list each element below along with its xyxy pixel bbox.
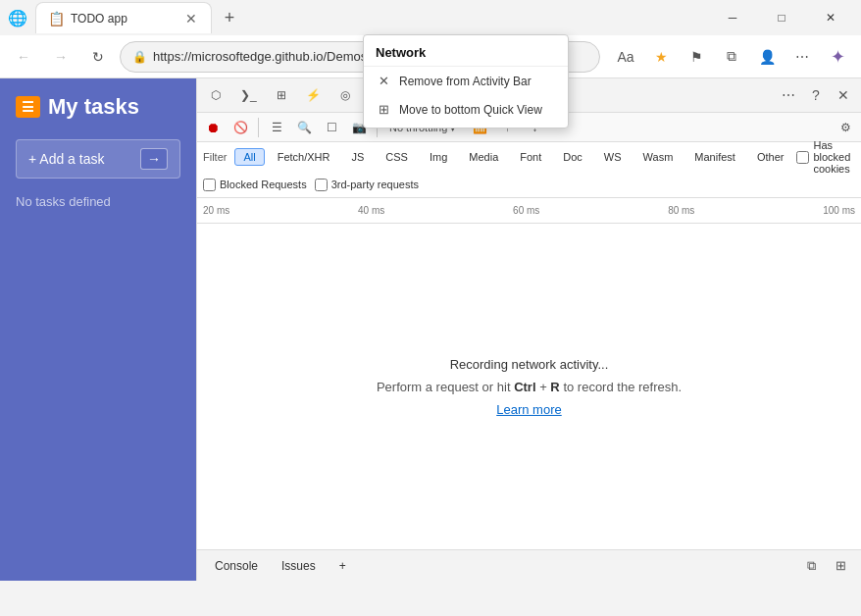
recording-text: Recording network activity... bbox=[450, 357, 609, 372]
profile-button[interactable]: 👤 bbox=[751, 41, 783, 73]
blocked-requests-option: Blocked Requests bbox=[203, 179, 307, 191]
add-task-label: + Add a task bbox=[28, 151, 104, 167]
tab-elements[interactable]: ⬡ bbox=[201, 78, 230, 113]
record-button[interactable]: ⏺ bbox=[201, 116, 225, 139]
filter-img[interactable]: Img bbox=[421, 148, 456, 166]
add-task-button[interactable]: + Add a task → bbox=[16, 139, 180, 179]
timeline-area: 20 ms 40 ms 60 ms 80 ms 100 ms bbox=[197, 198, 861, 224]
blocked-cookies-label: Has blocked cookies bbox=[813, 139, 855, 175]
context-menu: Network ✕ Remove from Activity Bar ⊞ Mov… bbox=[363, 34, 569, 128]
network-settings-button[interactable]: ⚙ bbox=[834, 116, 857, 139]
app-title-icon: ☰ bbox=[16, 96, 40, 118]
devtools-close-button[interactable]: ✕ bbox=[830, 81, 857, 109]
move-label: Move to bottom Quick View bbox=[399, 103, 542, 117]
tab-performance[interactable]: ⚡ bbox=[296, 78, 330, 113]
timeline-marker-40: 40 ms bbox=[358, 205, 384, 216]
browser-favicon: 🌐 bbox=[8, 9, 27, 27]
filter-fetch-xhr[interactable]: Fetch/XHR bbox=[269, 148, 339, 166]
timeline-marker-20: 20 ms bbox=[203, 205, 229, 216]
lock-icon: 🔒 bbox=[132, 50, 147, 64]
refresh-button[interactable]: ↻ bbox=[82, 41, 114, 73]
third-party-option: 3rd-party requests bbox=[315, 179, 419, 191]
app-title: ☰ My tasks bbox=[16, 94, 180, 120]
undock-icon[interactable]: ⊞ bbox=[828, 553, 853, 579]
forward-button[interactable]: → bbox=[45, 41, 76, 73]
close-button[interactable]: ✕ bbox=[808, 2, 853, 33]
move-icon: ⊞ bbox=[376, 102, 391, 117]
context-menu-remove[interactable]: ✕ Remove from Activity Bar bbox=[364, 67, 568, 95]
bottom-icons: ⧉ ⊞ bbox=[798, 553, 853, 579]
filter-label: Filter bbox=[203, 151, 227, 163]
filter-bar: Filter All Fetch/XHR JS CSS Img Media Fo… bbox=[197, 142, 861, 198]
no-tasks-text: No tasks defined bbox=[16, 194, 180, 209]
timeline-marker-100: 100 ms bbox=[823, 205, 855, 216]
tab-title: TODO app bbox=[71, 12, 127, 26]
edge-copilot-button[interactable]: ✦ bbox=[822, 41, 853, 73]
window-controls: ─ □ ✕ bbox=[710, 2, 853, 33]
context-menu-move[interactable]: ⊞ Move to bottom Quick View bbox=[364, 95, 568, 124]
devtools-more-button[interactable]: ⋯ bbox=[775, 81, 802, 109]
devtools-area: ⬡ ❯_ ⊞ ⚡ ◎ ⊟ ⊘ 📶 Network + ⋯ ? ✕ ⏺ 🚫 ☰ 🔍… bbox=[196, 78, 861, 581]
filter-js[interactable]: JS bbox=[342, 148, 373, 166]
reader-mode-button[interactable]: Aa bbox=[610, 41, 641, 73]
filter-all[interactable]: All bbox=[234, 148, 264, 166]
filter-row1: Filter All Fetch/XHR JS CSS Img Media Fo… bbox=[197, 142, 861, 172]
filter-ws[interactable]: WS bbox=[595, 148, 631, 166]
collections-button[interactable]: ⚑ bbox=[681, 41, 712, 73]
timeline-marker-80: 80 ms bbox=[668, 205, 694, 216]
hint-text-2: to record the refresh. bbox=[563, 380, 682, 394]
hint-text-1: Perform a request or hit bbox=[377, 380, 511, 394]
hint-plus: + bbox=[539, 380, 550, 394]
preserve-log-button[interactable]: ☐ bbox=[320, 116, 343, 139]
has-blocked-cookies: Has blocked cookies bbox=[796, 139, 855, 175]
new-tab-button[interactable]: + bbox=[214, 3, 245, 32]
main-content: Recording network activity... Perform a … bbox=[197, 224, 861, 549]
minimize-button[interactable]: ─ bbox=[710, 2, 755, 33]
split-button[interactable]: ⧉ bbox=[716, 41, 747, 73]
tab-close-button[interactable]: ✕ bbox=[183, 9, 199, 28]
app-title-text: My tasks bbox=[48, 94, 139, 120]
add-panel-button[interactable]: + bbox=[329, 555, 356, 577]
filter-font[interactable]: Font bbox=[511, 148, 550, 166]
filter-manifest[interactable]: Manifest bbox=[685, 148, 744, 166]
filter-css[interactable]: CSS bbox=[377, 148, 417, 166]
blocked-cookies-checkbox[interactable] bbox=[796, 151, 809, 164]
hint-r: R bbox=[550, 380, 559, 394]
blocked-requests-checkbox[interactable] bbox=[203, 179, 216, 191]
blocked-requests-label: Blocked Requests bbox=[220, 179, 307, 190]
filter-doc[interactable]: Doc bbox=[554, 148, 591, 166]
learn-more-link[interactable]: Learn more bbox=[496, 402, 561, 417]
tab-memory[interactable]: ◎ bbox=[330, 78, 360, 113]
timeline-markers: 20 ms 40 ms 60 ms 80 ms 100 ms bbox=[203, 205, 855, 216]
toolbar-divider bbox=[258, 118, 259, 137]
browser-content: ☰ My tasks + Add a task → No tasks defin… bbox=[0, 78, 861, 581]
tab-console-tool[interactable]: ❯_ bbox=[230, 78, 267, 113]
tab-sources[interactable]: ⊞ bbox=[267, 78, 296, 113]
title-bar: 🌐 📋 TODO app ✕ + ─ □ ✕ bbox=[0, 0, 861, 35]
clear-button[interactable]: 🚫 bbox=[228, 116, 252, 139]
devtools-help-button[interactable]: ? bbox=[802, 81, 830, 109]
issues-tab[interactable]: Issues bbox=[272, 555, 326, 577]
maximize-button[interactable]: □ bbox=[759, 2, 804, 33]
favorites-button[interactable]: ★ bbox=[645, 41, 677, 73]
address-icons: Aa ★ ⚑ ⧉ 👤 ⋯ ✦ bbox=[610, 41, 853, 73]
more-button[interactable]: ⋯ bbox=[786, 41, 818, 73]
back-button[interactable]: ← bbox=[8, 41, 39, 73]
filter-other[interactable]: Other bbox=[748, 148, 793, 166]
timeline-marker-60: 60 ms bbox=[513, 205, 539, 216]
context-menu-title: Network bbox=[364, 39, 568, 67]
recording-hint: Perform a request or hit Ctrl + R to rec… bbox=[377, 380, 682, 394]
filter-toggle-button[interactable]: ☰ bbox=[265, 116, 288, 139]
filter-wasm[interactable]: Wasm bbox=[634, 148, 683, 166]
filter-row2: Blocked Requests 3rd-party requests bbox=[197, 172, 861, 197]
filter-media[interactable]: Media bbox=[460, 148, 507, 166]
remove-icon: ✕ bbox=[376, 74, 391, 88]
dock-icon[interactable]: ⧉ bbox=[798, 553, 824, 579]
active-tab[interactable]: 📋 TODO app ✕ bbox=[35, 2, 212, 33]
third-party-checkbox[interactable] bbox=[315, 179, 328, 191]
tab-favicon: 📋 bbox=[48, 11, 65, 26]
hint-ctrl: Ctrl bbox=[514, 380, 535, 394]
add-task-icon: → bbox=[140, 148, 168, 170]
search-button[interactable]: 🔍 bbox=[292, 116, 316, 139]
console-tab[interactable]: Console bbox=[205, 555, 268, 577]
